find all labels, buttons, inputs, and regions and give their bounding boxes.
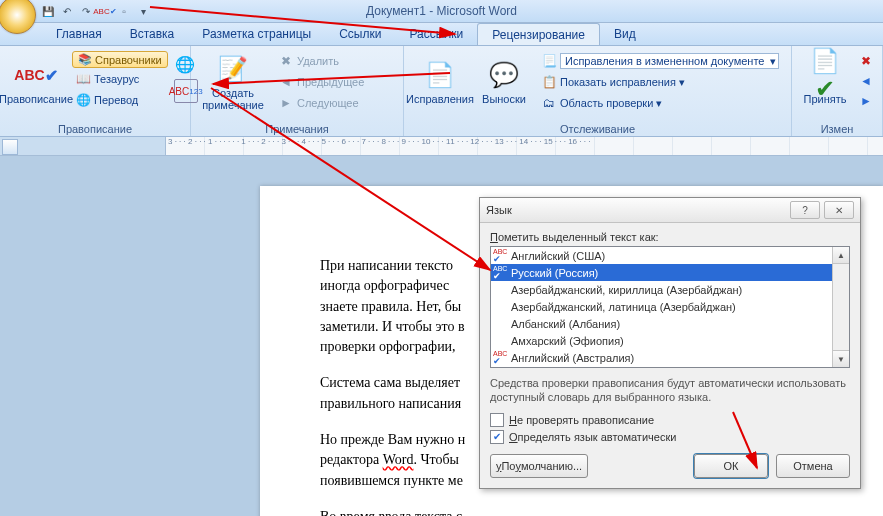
quick-access-toolbar: 💾 ↶ ↷ ABC✔ ▫ ▾: [40, 3, 151, 19]
language-item[interactable]: Амхарский (Эфиопия): [491, 332, 849, 349]
show-markup-label: Показать исправления: [560, 76, 676, 88]
delete-label: Удалить: [297, 55, 339, 67]
language-item-label: Амхарский (Эфиопия): [511, 335, 624, 347]
new-comment-button[interactable]: 📝 Создать примечание: [197, 49, 269, 115]
ok-button[interactable]: ОК: [694, 454, 768, 478]
accept-icon: 📄✔: [809, 59, 841, 91]
research-button[interactable]: 📚Справочники: [72, 51, 168, 68]
prev-change-icon[interactable]: ◄: [858, 73, 874, 89]
horizontal-ruler[interactable]: 3 · · · 2 · · · 1 · · · · · · 1 · · · 2 …: [165, 137, 883, 155]
balloons-button[interactable]: 💬 Выноски: [476, 49, 532, 115]
cancel-button[interactable]: Отмена: [776, 454, 850, 478]
track-changes-label: Исправления: [406, 93, 474, 105]
spelling-label: Правописание: [0, 93, 73, 105]
language-item-label: Русский (Россия): [511, 267, 598, 279]
accept-button[interactable]: 📄✔ Принять: [798, 49, 852, 115]
thesaurus-label: Тезаурус: [94, 73, 139, 85]
track-changes-icon: 📄: [424, 59, 456, 91]
book-icon: 📚: [78, 53, 92, 66]
tab-insert[interactable]: Вставка: [116, 23, 189, 45]
chevron-down-icon: ▾: [656, 97, 662, 110]
spelling-button[interactable]: ABC✔ Правописание: [6, 49, 66, 115]
redo-icon[interactable]: ↷: [78, 3, 94, 19]
help-button[interactable]: ?: [790, 201, 820, 219]
tab-review[interactable]: Рецензирование: [477, 23, 600, 45]
window-title: Документ1 - Microsoft Word: [366, 4, 517, 18]
spelling-error: Word: [383, 452, 414, 467]
close-button[interactable]: ✕: [824, 201, 854, 219]
ribbon: ABC✔ Правописание 📚Справочники 📖Тезаурус…: [0, 46, 883, 137]
ruler-area: 3 · · · 2 · · · 1 · · · · · · 1 · · · 2 …: [0, 137, 883, 156]
show-markup-icon: 📋: [541, 74, 557, 90]
chevron-down-icon: ▾: [770, 55, 776, 68]
ribbon-group-comments: 📝 Создать примечание ✖Удалить ◄Предыдуще…: [191, 46, 404, 136]
detect-language-checkbox[interactable]: ✔ Определять язык автоматически: [490, 430, 850, 444]
tab-references[interactable]: Ссылки: [325, 23, 395, 45]
default-button[interactable]: уПо умолчанию...По умолчанию...: [490, 454, 588, 478]
checkbox-icon: [490, 413, 504, 427]
language-item[interactable]: ABC✔Английский (Австралия): [491, 349, 849, 366]
translate-label: Перевод: [94, 94, 138, 106]
doc-icon: 📃: [541, 53, 557, 69]
research-label: Справочники: [95, 54, 162, 66]
prev-comment-button: ◄Предыдущее: [275, 72, 367, 92]
display-for-review-label: Исправления в измененном документе: [560, 53, 779, 69]
tab-layout[interactable]: Разметка страницы: [188, 23, 325, 45]
language-item[interactable]: Албанский (Албания): [491, 315, 849, 332]
spelling-icon: ABC✔: [20, 59, 52, 91]
translate-button[interactable]: 🌐Перевод: [72, 90, 168, 110]
proofing-group-label: Правописание: [6, 122, 184, 135]
prev-icon: ◄: [278, 74, 294, 90]
translate-icon: 🌐: [75, 92, 91, 108]
tracking-group-label: Отслеживание: [410, 122, 785, 135]
new-doc-icon[interactable]: ▫: [116, 3, 132, 19]
dialog-info-text: Средства проверки правописания будут авт…: [490, 376, 850, 405]
balloons-label: Выноски: [482, 93, 526, 105]
prev-label: Предыдущее: [297, 76, 364, 88]
track-changes-button[interactable]: 📄 Исправления: [410, 49, 470, 115]
no-spellcheck-checkbox[interactable]: Не проверять правописание: [490, 413, 850, 427]
ribbon-group-tracking: 📄 Исправления 💬 Выноски 📃Исправления в и…: [404, 46, 792, 136]
comments-group-label: Примечания: [197, 122, 397, 135]
display-for-review-dropdown[interactable]: 📃Исправления в измененном документе▾: [538, 51, 779, 71]
next-comment-button: ►Следующее: [275, 93, 367, 113]
thesaurus-button[interactable]: 📖Тезаурус: [72, 69, 168, 89]
delete-icon: ✖: [278, 53, 294, 69]
accept-label: Принять: [804, 93, 847, 105]
language-list-scrollbar[interactable]: ▲ ▼: [832, 247, 849, 367]
title-bar: 💾 ↶ ↷ ABC✔ ▫ ▾ Документ1 - Microsoft Wor…: [0, 0, 883, 23]
tab-home[interactable]: Главная: [42, 23, 116, 45]
chevron-down-icon: ▾: [679, 76, 685, 89]
language-list[interactable]: ABC✔Английский (США) ABC✔Русский (Россия…: [490, 246, 850, 368]
language-item[interactable]: Азербайджанский, латиница (Азербайджан): [491, 298, 849, 315]
scroll-down-icon[interactable]: ▼: [833, 350, 849, 367]
changes-group-label: Измен: [798, 122, 876, 135]
new-comment-icon: 📝: [217, 53, 249, 85]
language-dialog: Язык ? ✕ Пометить выделенный текст как: …: [479, 197, 861, 489]
thesaurus-icon: 📖: [75, 71, 91, 87]
spellcheck-icon[interactable]: ABC✔: [97, 3, 113, 19]
ruler-corner[interactable]: [2, 139, 18, 155]
ribbon-group-changes: 📄✔ Принять ✖ ◄ ► Измен: [792, 46, 883, 136]
ribbon-tabs: Главная Вставка Разметка страницы Ссылки…: [0, 23, 883, 46]
tab-view[interactable]: Вид: [600, 23, 650, 45]
language-item[interactable]: Азербайджанский, кириллица (Азербайджан): [491, 281, 849, 298]
language-item-label: Албанский (Албания): [511, 318, 620, 330]
language-item-label: Английский (США): [511, 250, 605, 262]
balloons-icon: 💬: [488, 59, 520, 91]
language-item[interactable]: ABC✔Английский (США): [491, 247, 849, 264]
language-item[interactable]: ABC✔Английский (Белиз): [491, 366, 849, 368]
qat-dropdown-icon[interactable]: ▾: [135, 3, 151, 19]
language-item-selected[interactable]: ABC✔Русский (Россия): [491, 264, 849, 281]
doc-paragraph: Во время ввода текста с линией и зелёной: [320, 507, 833, 516]
language-item-label: Азербайджанский, латиница (Азербайджан): [511, 301, 736, 313]
show-markup-button[interactable]: 📋Показать исправления ▾: [538, 72, 779, 92]
dialog-titlebar[interactable]: Язык ? ✕: [480, 198, 860, 223]
reviewing-pane-button[interactable]: 🗂Область проверки ▾: [538, 93, 779, 113]
undo-icon[interactable]: ↶: [59, 3, 75, 19]
scroll-up-icon[interactable]: ▲: [833, 247, 849, 264]
reject-icon[interactable]: ✖: [858, 53, 874, 69]
tab-mailings[interactable]: Рассылки: [395, 23, 477, 45]
next-change-icon[interactable]: ►: [858, 93, 874, 109]
save-icon[interactable]: 💾: [40, 3, 56, 19]
